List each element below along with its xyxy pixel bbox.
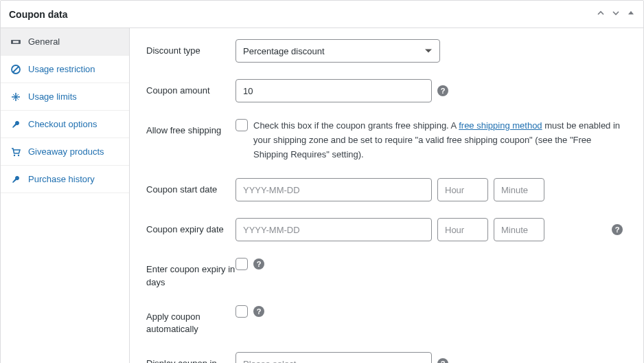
- svg-point-8: [14, 154, 15, 155]
- sidebar: General Usage restriction Usage limits C…: [1, 28, 130, 363]
- expiry-days-checkbox[interactable]: [235, 258, 248, 270]
- panel-body: General Usage restriction Usage limits C…: [1, 28, 643, 363]
- expiry-minute-input[interactable]: [494, 218, 544, 241]
- label-display-in: Display coupon in: [146, 352, 235, 363]
- sidebar-item-label: General: [28, 36, 60, 47]
- wrench-icon: [10, 174, 21, 185]
- ticket-icon: [10, 36, 21, 47]
- panel-move-down-icon[interactable]: [612, 9, 620, 19]
- svg-point-9: [18, 154, 19, 155]
- label-expiry-date: Coupon expiry date: [146, 218, 235, 236]
- coupon-amount-input[interactable]: [235, 79, 432, 102]
- panel-header: Coupon data: [1, 1, 643, 28]
- wrench-icon: [10, 119, 21, 130]
- cart-icon: [10, 146, 21, 157]
- sidebar-item-label: Purchase history: [28, 174, 95, 184]
- free-shipping-method-link[interactable]: free shipping method: [459, 120, 542, 131]
- sidebar-item-general[interactable]: General: [1, 28, 129, 56]
- label-auto-apply: Apply coupon automatically: [146, 305, 235, 336]
- help-icon[interactable]: ?: [253, 258, 264, 270]
- help-icon[interactable]: ?: [253, 306, 264, 317]
- row-start-date: Coupon start date: [146, 178, 627, 201]
- label-free-shipping: Allow free shipping: [146, 119, 235, 137]
- row-free-shipping: Allow free shipping Check this box if th…: [146, 119, 627, 162]
- label-coupon-amount: Coupon amount: [146, 79, 235, 97]
- start-hour-input[interactable]: [437, 178, 488, 201]
- panel-title: Coupon data: [9, 9, 68, 20]
- free-shipping-checkbox[interactable]: [235, 119, 248, 131]
- auto-apply-checkbox[interactable]: [235, 305, 248, 318]
- help-icon[interactable]: ?: [437, 358, 448, 363]
- sidebar-item-label: Usage restriction: [28, 64, 95, 74]
- sidebar-item-usage-restriction[interactable]: Usage restriction: [1, 56, 129, 83]
- sidebar-item-label: Giveaway products: [28, 146, 104, 157]
- panel-move-up-icon[interactable]: [597, 9, 605, 19]
- sidebar-item-label: Checkout options: [28, 119, 97, 129]
- svg-line-3: [13, 67, 19, 72]
- sidebar-item-purchase-history[interactable]: Purchase history: [1, 166, 129, 193]
- sidebar-item-label: Usage limits: [28, 91, 77, 102]
- label-start-date: Coupon start date: [146, 178, 235, 196]
- help-icon[interactable]: ?: [437, 85, 448, 96]
- label-expiry-days: Enter coupon expiry in days: [146, 258, 235, 288]
- row-auto-apply: Apply coupon automatically ?: [146, 305, 627, 336]
- row-expiry-date: Coupon expiry date ?: [146, 218, 627, 241]
- form-content: Discount type Percentage discount Coupon…: [130, 28, 643, 363]
- panel-header-controls: [597, 9, 635, 19]
- row-expiry-days: Enter coupon expiry in days ?: [146, 258, 627, 288]
- coupon-data-panel: Coupon data General: [0, 0, 644, 363]
- sidebar-item-checkout-options[interactable]: Checkout options: [1, 111, 129, 138]
- ban-icon: [10, 64, 21, 75]
- free-shipping-description: Check this box if the coupon grants free…: [253, 119, 627, 162]
- start-minute-input[interactable]: [494, 178, 544, 201]
- help-icon[interactable]: ?: [612, 224, 623, 235]
- label-discount-type: Discount type: [146, 39, 235, 57]
- sidebar-item-usage-limits[interactable]: Usage limits: [1, 83, 129, 111]
- row-display-in: Display coupon in ?: [146, 352, 627, 363]
- panel-toggle-icon[interactable]: [627, 9, 635, 19]
- expiry-hour-input[interactable]: [437, 218, 488, 241]
- display-in-select[interactable]: [235, 352, 432, 363]
- discount-type-select[interactable]: Percentage discount: [235, 39, 440, 63]
- expiry-date-input[interactable]: [235, 218, 432, 241]
- start-date-input[interactable]: [235, 178, 432, 201]
- stats-icon: [10, 91, 21, 102]
- sidebar-item-giveaway-products[interactable]: Giveaway products: [1, 138, 129, 166]
- row-discount-type: Discount type Percentage discount: [146, 39, 627, 63]
- svg-rect-1: [13, 41, 19, 43]
- row-coupon-amount: Coupon amount ?: [146, 79, 627, 102]
